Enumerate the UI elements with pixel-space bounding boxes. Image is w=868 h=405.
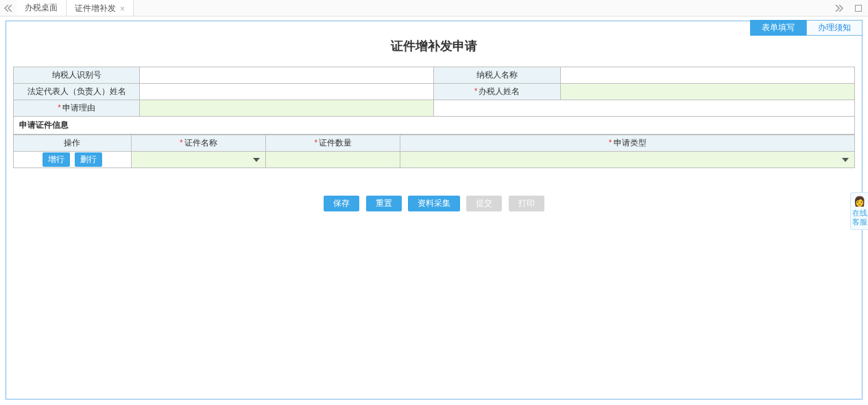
service-avatar-icon: 👩 <box>851 196 868 207</box>
apply-reason-extra <box>434 100 855 117</box>
panel-tab-notice[interactable]: 办理须知 <box>806 20 863 36</box>
close-icon[interactable]: × <box>120 4 125 14</box>
maximize-icon[interactable] <box>849 5 868 12</box>
panel-tab-form[interactable]: 表单填写 <box>750 20 806 36</box>
col-cert-name: *证件名称 <box>131 135 265 152</box>
tab-scroll-right-icon[interactable] <box>830 5 849 12</box>
legal-rep-label: 法定代表人（负责人）姓名 <box>14 84 140 100</box>
online-service-label: 在线客服 <box>852 209 867 226</box>
action-bar: 保存 重置 资料采集 提交 打印 <box>13 168 855 211</box>
cert-qty-input[interactable] <box>266 152 400 168</box>
apply-reason-label: *申请理由 <box>14 100 140 117</box>
save-button[interactable]: 保存 <box>324 196 359 211</box>
row-ops-cell: 增行 删行 <box>14 152 132 168</box>
agent-name-label: *办税人姓名 <box>434 84 560 100</box>
taxpayer-name-label: 纳税人名称 <box>434 67 560 84</box>
cert-name-select[interactable] <box>131 152 265 168</box>
panel-tab-label: 办理须知 <box>818 23 851 32</box>
apply-type-select[interactable] <box>400 152 855 168</box>
panel-tab-label: 表单填写 <box>762 23 795 32</box>
delete-row-button[interactable]: 删行 <box>75 152 102 167</box>
top-tab-bar: 办税桌面 证件增补发 × <box>0 0 868 16</box>
svg-rect-0 <box>856 5 862 11</box>
print-button: 打印 <box>509 196 544 211</box>
section-title: 申请证件信息 <box>13 117 855 135</box>
chevron-down-icon <box>253 158 260 162</box>
apply-reason-input[interactable] <box>140 100 434 117</box>
table-row: 增行 删行 <box>14 152 855 168</box>
materials-button[interactable]: 资料采集 <box>408 196 460 211</box>
reset-button[interactable]: 重置 <box>366 196 402 211</box>
tab-label: 证件增补发 <box>75 3 116 14</box>
col-cert-qty: *证件数量 <box>266 135 400 152</box>
tab-label: 办税桌面 <box>25 2 58 14</box>
applicant-info-table: 纳税人识别号 纳税人名称 法定代表人（负责人）姓名 *办税人姓名 *申请理由 <box>13 67 855 117</box>
agent-name-input[interactable] <box>560 84 854 100</box>
online-service-widget[interactable]: 👩 在线客服 <box>850 192 868 230</box>
taxpayer-id-label: 纳税人识别号 <box>14 67 140 84</box>
legal-rep-value <box>140 84 434 100</box>
tab-tax-desktop[interactable]: 办税桌面 <box>16 0 67 16</box>
page-title: 证件增补发申请 <box>13 32 855 67</box>
cert-grid: 操作 *证件名称 *证件数量 *申请类型 增行 删行 <box>13 135 855 168</box>
tab-cert-reissue[interactable]: 证件增补发 × <box>67 0 134 16</box>
col-apply-type: *申请类型 <box>400 135 855 152</box>
chevron-down-icon <box>842 158 849 162</box>
add-row-button[interactable]: 增行 <box>43 152 70 167</box>
col-op: 操作 <box>14 135 132 152</box>
taxpayer-name-value <box>560 67 854 84</box>
form-panel: 表单填写 办理须知 证件增补发申请 纳税人识别号 纳税人名称 法 <box>5 21 863 400</box>
submit-button: 提交 <box>466 196 502 211</box>
tab-scroll-left-icon[interactable] <box>0 5 16 12</box>
taxpayer-id-value <box>140 67 434 84</box>
